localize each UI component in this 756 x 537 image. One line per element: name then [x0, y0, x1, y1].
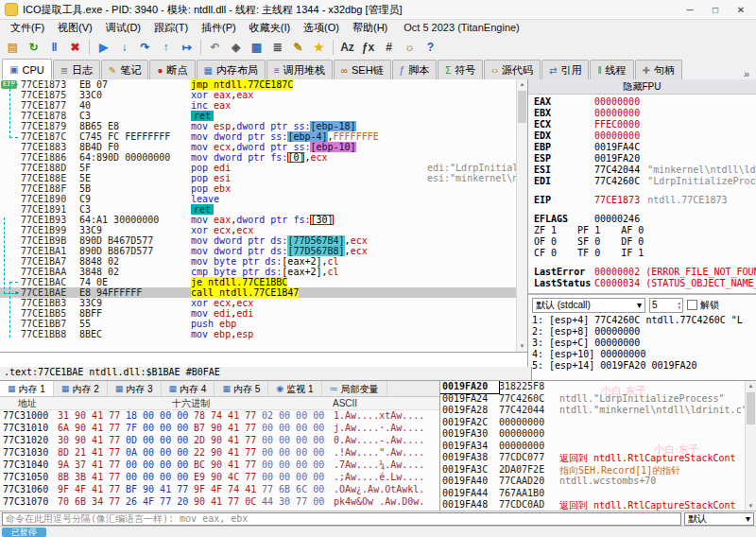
stack-scrollbar[interactable]: ▲ ▼ — [745, 381, 756, 511]
stack-row[interactable]: 0019FA3000000000 — [440, 428, 746, 441]
open-file-icon[interactable]: ▤ — [3, 38, 23, 57]
command-type-select[interactable]: 默认 ▾ — [684, 512, 754, 526]
minimize-button[interactable]: ─ — [679, 5, 700, 15]
step-out-icon[interactable]: ↑ — [156, 38, 176, 57]
disassembly-scrollbar[interactable]: ▲ ▼ — [516, 79, 527, 352]
tab-references[interactable]: ⇄引用 — [541, 60, 589, 79]
register-row[interactable]: EAX00000000 — [528, 96, 756, 108]
disasm-row[interactable]: 77CE1BAA3848 02cmp byte ptr ds:[eax+2],c… — [0, 267, 517, 277]
menu-item-file[interactable]: 文件(F) — [4, 20, 51, 36]
stack-row[interactable]: 0019FA4077CAAD20ntdll.wcstombs+70 — [440, 476, 746, 488]
disasm-row[interactable]: 77CE1BB88BECmov ebp,esp — [0, 329, 517, 339]
tab-notes[interactable]: ✎笔记 — [101, 60, 148, 79]
graph-icon[interactable]: ◈ — [226, 38, 246, 57]
menu-item-trace[interactable]: 跟踪(T) — [147, 20, 195, 36]
dump-row[interactable]: 77C310308D 21 41 770A 00 00 0022 90 41 7… — [0, 447, 439, 459]
menu-item-plugins[interactable]: 插件(P) — [195, 20, 243, 36]
disasm-row[interactable]: 77CE1890C9leave — [0, 194, 517, 204]
stack-row[interactable]: 0019FA4877CDC0AD返回到 ntdll.RtlCaptureStac… — [440, 499, 746, 511]
scrollbar-thumb[interactable] — [747, 392, 755, 424]
tab-script[interactable]: ƒ脚本 — [392, 60, 438, 79]
run-icon[interactable]: ▶ — [94, 38, 113, 57]
disasm-row[interactable]: 77CE188E5Epop esiesi:"minkernel\ntdll\ld… — [0, 173, 517, 183]
stack-row[interactable]: 0019FA3877CDC077返回到 ntdll.RtlCaptureStac… — [440, 452, 746, 464]
menu-item-help[interactable]: 帮助(H) — [346, 20, 394, 36]
scroll-down-icon[interactable]: ▼ — [517, 341, 527, 352]
checkbox-icon[interactable] — [687, 300, 697, 310]
stack-row[interactable]: 0019FA2877C42044ntdll."minkernel\ntdll\l… — [440, 405, 746, 417]
tab-cpu[interactable]: ▣CPU — [2, 59, 52, 79]
hide-fpu-button[interactable]: 隐藏FPU — [528, 79, 756, 95]
maximize-button[interactable]: □ — [705, 5, 726, 15]
tab-dump-1[interactable]: ▦内存 1 — [0, 381, 54, 396]
stack-row[interactable]: 0019FA44767AA1B0 — [440, 488, 746, 500]
tab-handles[interactable]: ✚句柄 — [635, 60, 682, 79]
flag-of[interactable]: OF 0 — [534, 236, 557, 248]
stack-row[interactable]: 0019FA20318225F8 — [440, 381, 746, 393]
dump-row[interactable]: 77C3107070 6B 34 7726 4F 77 2090 41 77 0… — [0, 496, 439, 509]
menu-item-favourites[interactable]: 收藏夹(I) — [243, 20, 297, 36]
menu-item-view[interactable]: 视图(V) — [51, 20, 99, 36]
run-to-user-code-icon[interactable]: ↦ — [177, 38, 197, 57]
dump-row[interactable]: 77C310409A 37 41 7700 00 00 00BC 90 41 7… — [0, 459, 439, 472]
scroll-up-icon[interactable]: ▲ — [517, 79, 527, 90]
settings-icon[interactable]: ☼ — [400, 38, 420, 57]
dump-row[interactable]: 77C3102030 90 41 770D 00 00 002D 90 41 7… — [0, 435, 439, 447]
dump-row[interactable]: 77C3100031 90 41 7718 00 00 0078 74 41 7… — [0, 410, 439, 423]
dump-row[interactable]: 77C310508B 3B 41 7700 00 00 00E9 90 4C 7… — [0, 472, 439, 484]
flag-cf[interactable]: CF 0 — [534, 248, 557, 259]
disasm-row[interactable]: 77CE187CC745 FC FEFFFFFFmov dword ptr ss… — [0, 131, 517, 142]
unlock-checkbox[interactable]: 解锁 — [687, 299, 719, 312]
tab-call-stack[interactable]: ≡调用堆栈 — [266, 60, 333, 79]
tab-log[interactable]: ≣日志 — [53, 60, 100, 79]
help-icon[interactable]: ? — [421, 38, 440, 57]
disasm-row[interactable]: 77CE1B9933C9xor ecx,ecx — [0, 225, 517, 235]
disasm-row[interactable]: 77CE1BB58BFFmov edi,edi — [0, 308, 517, 319]
disasm-row[interactable]: 77CE1B9364:A1 30000000mov eax,dword ptr … — [0, 215, 517, 225]
menu-item-debug[interactable]: 调试(D) — [99, 20, 147, 36]
hash-icon[interactable]: # — [379, 38, 399, 57]
argument-row[interactable]: 2: [esp+8] 00000000 — [528, 326, 756, 338]
stack-row[interactable]: 0019FA3C2DA07F2E指向SEH.Record[1]的指针 — [440, 464, 746, 476]
disasm-row[interactable]: 77CE18838B4D F0mov ecx,dword ptr ss:[ebp… — [0, 142, 517, 152]
register-row[interactable]: EFLAGS00000246 — [528, 214, 756, 225]
command-input[interactable] — [2, 512, 681, 526]
dump-row[interactable]: 77C310106A 90 41 777F 00 00 00B7 90 41 7… — [0, 423, 439, 435]
tab-breakpoints[interactable]: ●断点 — [149, 60, 195, 79]
flag-df[interactable]: DF 0 — [621, 236, 644, 248]
pause-icon[interactable]: ‖ — [44, 38, 64, 57]
disasm-row[interactable]: ▸77CE1BAEE8 94FFFFFFcall ntdll.77CE1B47 — [0, 287, 517, 298]
notes-icon[interactable]: ✎ — [288, 38, 308, 57]
tab-dump-4[interactable]: ▦内存 4 — [162, 381, 215, 396]
register-row[interactable]: EBX00000000 — [528, 108, 756, 119]
stack-row[interactable]: 0019FA2C00000000 — [440, 417, 746, 429]
disasm-row[interactable]: 77CE188F5Bpop ebx — [0, 183, 517, 194]
step-over-icon[interactable]: ↷ — [135, 38, 155, 57]
register-row[interactable]: EDX00000000 — [528, 130, 756, 142]
tab-seh[interactable]: ∞SEH链 — [334, 60, 391, 79]
flag-sf[interactable]: SF 0 — [577, 236, 600, 248]
argument-row[interactable]: 3: [esp+C] 00000000 — [528, 338, 756, 349]
argument-count-stepper[interactable]: 5 ▴ ▾ — [649, 298, 683, 313]
disasm-row[interactable]: 77CE18798B65 E8mov esp,dword ptr ss:[ebp… — [0, 121, 517, 131]
tab-dump-3[interactable]: ▦内存 3 — [108, 381, 162, 396]
flag-if[interactable]: IF 1 — [621, 248, 644, 259]
disasm-row[interactable]: 77CE188D5Fpop ediedi:"LdrpInitializeProc… — [0, 163, 517, 173]
register-row[interactable]: LastError00000002 (ERROR_FILE_NOT_FOUND) — [528, 267, 756, 278]
register-row[interactable]: EBP0019FA4C — [528, 142, 756, 153]
register-row[interactable]: ECXFFEC0000 — [528, 119, 756, 130]
tab-dump-5[interactable]: ▦内存 5 — [215, 381, 268, 396]
case-icon[interactable]: Az — [337, 38, 357, 57]
register-row[interactable]: ESI77C42044"minkernel\ntdll\ldrinit.c" — [528, 165, 756, 176]
calling-convention-select[interactable]: 默认 (stdcall) ▾ — [532, 298, 645, 313]
disasm-row[interactable]: 77CE1BAC74 0Eje ntdll.77CE1BBC — [0, 277, 517, 287]
flag-zf[interactable]: ZF 1 — [534, 225, 557, 236]
tab-memory-map[interactable]: ▦内存布局 — [197, 60, 266, 79]
log-icon[interactable]: ≣ — [267, 38, 287, 57]
disasm-row[interactable]: 77CE1BA78848 02mov byte ptr ds:[eax+2],c… — [0, 256, 517, 267]
scroll-up-icon[interactable]: ▲ — [746, 381, 756, 391]
tab-watch-1[interactable]: ◉监视 1 — [268, 381, 321, 396]
close-button[interactable]: ✕ — [730, 5, 751, 15]
disasm-row[interactable]: 77CE1BA1890D B867D577mov dword ptr ds:[7… — [0, 246, 517, 256]
disasm-row[interactable]: 77CE187533C0xor eax,eax — [0, 90, 517, 100]
